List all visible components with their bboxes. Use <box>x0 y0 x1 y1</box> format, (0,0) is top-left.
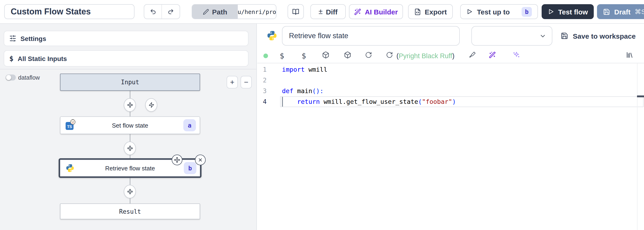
step-badge-a: a <box>183 119 196 131</box>
bun-emoji-sticker <box>70 119 76 125</box>
flow-editor-app: Path u/henri/pro ± Diff AI Builder Expor… <box>0 0 644 230</box>
step-badge-b: b <box>522 7 532 17</box>
close-icon <box>198 157 203 162</box>
dataflow-toggle[interactable] <box>6 75 16 81</box>
pencil-icon <box>203 9 209 15</box>
overview-ruler <box>637 63 638 230</box>
add-step-button-2[interactable] <box>124 142 136 155</box>
play-icon <box>548 8 554 15</box>
code-editor[interactable]: 1 2 3 4 import wmill def main(): return … <box>257 63 644 230</box>
settings-button[interactable]: Settings <box>4 31 248 46</box>
undo-redo-group <box>144 4 180 19</box>
input-node-label: Input <box>121 79 139 86</box>
test-flow-label: Test flow <box>558 8 588 16</box>
test-up-to-button[interactable]: Test up to b <box>460 4 538 19</box>
redo-button[interactable] <box>162 5 180 19</box>
ai-sparkles-button[interactable] <box>513 51 520 61</box>
redo-icon <box>168 8 174 15</box>
plus-minus-icon: ± <box>318 8 323 16</box>
move-node-button[interactable] <box>172 155 182 165</box>
all-static-inputs-button[interactable]: $ All Static Inputs <box>4 50 248 67</box>
undo-icon <box>150 8 156 15</box>
step-editor-panel: Save to workspace $ $ (Pyright Black Ruf… <box>257 24 644 230</box>
line-number: 3 <box>257 86 267 96</box>
save-icon <box>603 8 610 15</box>
flow-name-input[interactable] <box>5 7 134 17</box>
line-number: 2 <box>257 75 267 86</box>
draft-shortcut: ⌘S <box>635 8 644 15</box>
docs-button[interactable] <box>288 4 304 19</box>
code-line: return wmill.get_flow_user_state("foobar… <box>282 96 456 107</box>
export-button[interactable]: Export <box>408 4 453 19</box>
add-step-button-1[interactable] <box>124 98 136 112</box>
reload-icon[interactable] <box>365 52 372 60</box>
format-code-button[interactable] <box>469 52 476 60</box>
paintbrush-icon <box>469 52 476 58</box>
move-icon <box>174 157 180 163</box>
wand-icon <box>489 52 496 58</box>
save-icon <box>561 32 568 40</box>
package-icon[interactable] <box>322 51 330 61</box>
result-node[interactable]: Result <box>60 203 200 219</box>
step-name-input[interactable] <box>282 27 459 45</box>
sliders-icon <box>9 35 16 42</box>
flow-name-box <box>4 4 134 19</box>
delete-node-button[interactable] <box>195 155 206 165</box>
chevron-down-icon <box>539 32 546 39</box>
diff-button[interactable]: ± Diff <box>310 4 346 19</box>
settings-label: Settings <box>20 35 46 42</box>
python-icon <box>267 30 277 41</box>
input-node[interactable]: Input <box>60 74 200 91</box>
assistant-names: Pyright Black Ruff <box>399 52 452 60</box>
code-line: import wmill <box>282 64 327 75</box>
draft-label: Draft <box>614 8 630 16</box>
zoom-in-button[interactable]: + <box>226 76 238 88</box>
path-value[interactable]: u/henri/pro <box>238 5 276 19</box>
package-icon[interactable] <box>344 51 351 61</box>
all-static-inputs-label: All Static Inputs <box>18 55 67 62</box>
resource-picker-button[interactable]: $ <box>302 52 306 60</box>
test-flow-button[interactable]: Test flow <box>542 4 594 19</box>
retrieve-flow-state-label: Retrieve flow state <box>105 165 155 172</box>
result-node-label: Result <box>119 208 141 215</box>
code-line: def main(): <box>282 86 324 96</box>
draft-save-button[interactable]: Draft ⌘S <box>597 4 644 19</box>
flow-sidebar: Settings $ All Static Inputs dataflow + … <box>0 24 257 230</box>
reload-icon[interactable] <box>386 52 393 60</box>
zap-icon <box>148 102 154 108</box>
line-number-active: 4 <box>257 96 267 107</box>
undo-button[interactable] <box>144 5 162 19</box>
book-open-icon <box>292 8 299 15</box>
set-flow-state-node[interactable]: TS Set flow state a <box>60 116 200 134</box>
ai-builder-label: AI Builder <box>365 8 398 16</box>
wand-sparkles-icon <box>354 8 361 15</box>
variable-picker-button[interactable]: $ <box>280 52 284 60</box>
test-up-to-label: Test up to <box>477 8 510 16</box>
play-icon <box>466 8 473 15</box>
library-icon <box>626 51 633 59</box>
language-select[interactable] <box>471 26 552 46</box>
top-toolbar: Path u/henri/pro ± Diff AI Builder Expor… <box>0 0 644 24</box>
add-step-button-3[interactable] <box>124 185 136 198</box>
export-label: Export <box>424 8 447 16</box>
save-to-workspace-button[interactable]: Save to workspace <box>561 26 636 46</box>
diff-history-button[interactable] <box>626 51 633 61</box>
dollar-icon: $ <box>9 54 14 63</box>
python-icon <box>66 164 74 172</box>
line-number: 1 <box>257 64 267 75</box>
diff-button-label: Diff <box>326 8 338 16</box>
edit-path-button[interactable]: Path <box>192 5 238 19</box>
status-dot <box>263 54 268 58</box>
file-code-icon <box>414 8 421 15</box>
sparkles-icon <box>513 51 520 59</box>
toggle-knob <box>6 75 11 80</box>
set-flow-state-label: Set flow state <box>112 122 148 129</box>
step-name-box <box>282 26 460 46</box>
trigger-button[interactable] <box>145 98 157 112</box>
ai-generate-button[interactable] <box>489 52 496 60</box>
zoom-out-button[interactable]: − <box>240 76 252 88</box>
code-assistants-label: (Pyright Black Ruff) <box>396 52 454 60</box>
path-button-label: Path <box>212 8 227 16</box>
save-to-workspace-label: Save to workspace <box>573 32 636 40</box>
ai-builder-button[interactable]: AI Builder <box>349 4 403 19</box>
